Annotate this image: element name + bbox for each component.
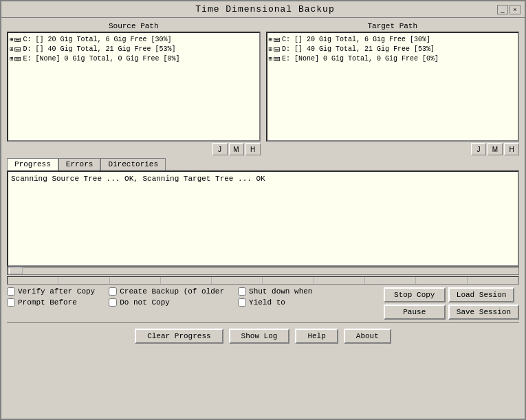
create-backup-checkbox[interactable]: Create Backup (of older	[109, 287, 224, 296]
yield-to-input[interactable]	[238, 298, 246, 307]
yield-to-checkbox[interactable]: Yield to	[238, 298, 312, 307]
list-item[interactable]: ⊞ 🖴 E: [None] 0 Gig Total, 0 Gig Free [0…	[269, 54, 517, 63]
action-row-1: Stop Copy Load Sesion	[384, 287, 519, 302]
progress-segment-2	[58, 277, 109, 284]
list-item[interactable]: ⊞ 🖴 D: [] 40 Gig Total, 21 Gig Free [53%…	[269, 44, 517, 54]
bottom-buttons: Clear Progress Show Log Help About	[7, 329, 519, 344]
tab-errors[interactable]: Errors	[58, 158, 101, 170]
target-m-button[interactable]: M	[487, 143, 503, 155]
clear-progress-button[interactable]: Clear Progress	[135, 329, 223, 344]
title-bar: Time Dimensional Backup _ ×	[1, 1, 525, 18]
options-left: Verify after Copy Prompt Before Create B…	[7, 287, 312, 307]
source-h-button[interactable]: H	[245, 143, 261, 155]
load-session-button[interactable]: Load Sesion	[448, 287, 515, 302]
tab-progress[interactable]: Progress	[7, 158, 58, 170]
do-not-copy-checkbox[interactable]: Do not Copy	[109, 298, 224, 307]
do-not-copy-input[interactable]	[109, 298, 117, 307]
drive-icon: 🖴	[14, 45, 21, 53]
drive-icon: 🖴	[274, 35, 281, 43]
drive-icon: 🖴	[14, 35, 21, 43]
prompt-before-input[interactable]	[7, 298, 15, 307]
stop-copy-button[interactable]: Stop Copy	[384, 287, 446, 302]
save-session-button[interactable]: Save Session	[448, 305, 519, 320]
progress-segment-10	[468, 277, 518, 284]
about-button[interactable]: About	[344, 329, 391, 344]
main-content: Source Path ⊞ 🖴 C: [] 20 Gig Total, 6 Gi…	[1, 18, 525, 348]
expand-icon[interactable]: ⊞	[10, 45, 13, 53]
title-controls: _ ×	[497, 5, 520, 14]
minimize-button[interactable]: _	[497, 5, 508, 14]
progress-segment-1	[8, 277, 58, 284]
progress-bar-strip	[7, 276, 519, 285]
create-backup-input[interactable]	[109, 287, 117, 296]
target-panel-buttons: J M H	[266, 143, 520, 155]
source-j-button[interactable]: J	[212, 143, 228, 155]
progress-segment-7	[314, 277, 365, 284]
prompt-before-checkbox[interactable]: Prompt Before	[7, 298, 95, 307]
options-right: Stop Copy Load Sesion Pause Save Session	[384, 287, 519, 320]
list-item[interactable]: ⊞ 🖴 C: [] 20 Gig Total, 6 Gig Free [30%]	[269, 34, 517, 44]
options-col-2: Create Backup (of older Do not Copy	[109, 287, 224, 307]
drive-icon: 🖴	[274, 45, 281, 53]
options-section: Verify after Copy Prompt Before Create B…	[7, 287, 519, 320]
drive-icon: 🖴	[274, 54, 281, 63]
source-m-button[interactable]: M	[229, 143, 244, 155]
target-tree-box[interactable]: ⊞ 🖴 C: [] 20 Gig Total, 6 Gig Free [30%]…	[266, 32, 520, 142]
expand-icon[interactable]: ⊞	[10, 36, 13, 43]
progress-segment-6	[263, 277, 314, 284]
expand-icon[interactable]: ⊞	[269, 55, 272, 63]
expand-icon[interactable]: ⊞	[269, 45, 272, 53]
progress-section: Progress Errors Directories Scanning Sou…	[7, 158, 519, 285]
options-col-3: Shut down when Yield to	[238, 287, 312, 307]
target-panel: Target Path ⊞ 🖴 C: [] 20 Gig Total, 6 Gi…	[266, 22, 520, 155]
progress-segment-3	[110, 277, 161, 284]
progress-segment-5	[212, 277, 263, 284]
shutdown-when-checkbox[interactable]: Shut down when	[238, 287, 312, 296]
drive-icon: 🖴	[14, 54, 21, 63]
tab-directories[interactable]: Directories	[100, 158, 166, 170]
list-item[interactable]: ⊞ 🖴 E: [None] 0 Gig Total, 0 Gig Free [0…	[10, 54, 258, 63]
progress-box[interactable]: Scanning Source Tree ... OK, Scanning Ta…	[7, 170, 519, 267]
source-panel-buttons: J M H	[7, 143, 261, 155]
show-log-button[interactable]: Show Log	[229, 329, 290, 344]
expand-icon[interactable]: ⊞	[10, 55, 13, 63]
source-panel-header: Source Path	[7, 22, 261, 30]
expand-icon[interactable]: ⊞	[269, 36, 272, 43]
progress-segment-9	[416, 277, 467, 284]
action-row-2: Pause Save Session	[384, 305, 519, 320]
progress-segment-8	[365, 277, 416, 284]
horizontal-scrollbar[interactable]	[7, 267, 519, 275]
scrollbar-thumb[interactable]	[9, 267, 23, 274]
help-button[interactable]: Help	[295, 329, 338, 344]
tabs-row: Progress Errors Directories	[7, 158, 519, 170]
panels-row: Source Path ⊞ 🖴 C: [] 20 Gig Total, 6 Gi…	[7, 22, 519, 155]
shutdown-when-input[interactable]	[238, 287, 246, 296]
target-j-button[interactable]: J	[471, 143, 486, 155]
pause-button[interactable]: Pause	[384, 305, 446, 320]
list-item[interactable]: ⊞ 🖴 D: [] 40 Gig Total, 21 Gig Free [53%…	[10, 44, 258, 54]
verify-after-copy-checkbox[interactable]: Verify after Copy	[7, 287, 95, 296]
target-h-button[interactable]: H	[504, 143, 519, 155]
app-title: Time Dimensional Backup	[33, 4, 497, 14]
source-panel: Source Path ⊞ 🖴 C: [] 20 Gig Total, 6 Gi…	[7, 22, 261, 155]
divider	[7, 322, 519, 323]
list-item[interactable]: ⊞ 🖴 C: [] 20 Gig Total, 6 Gig Free [30%]	[10, 34, 258, 44]
target-panel-header: Target Path	[266, 22, 520, 30]
source-tree-box[interactable]: ⊞ 🖴 C: [] 20 Gig Total, 6 Gig Free [30%]…	[7, 32, 261, 142]
options-col-1: Verify after Copy Prompt Before	[7, 287, 95, 307]
progress-segment-4	[161, 277, 212, 284]
progress-text: Scanning Source Tree ... OK, Scanning Ta…	[11, 175, 515, 183]
verify-after-copy-input[interactable]	[7, 287, 15, 296]
close-button[interactable]: ×	[509, 5, 520, 14]
